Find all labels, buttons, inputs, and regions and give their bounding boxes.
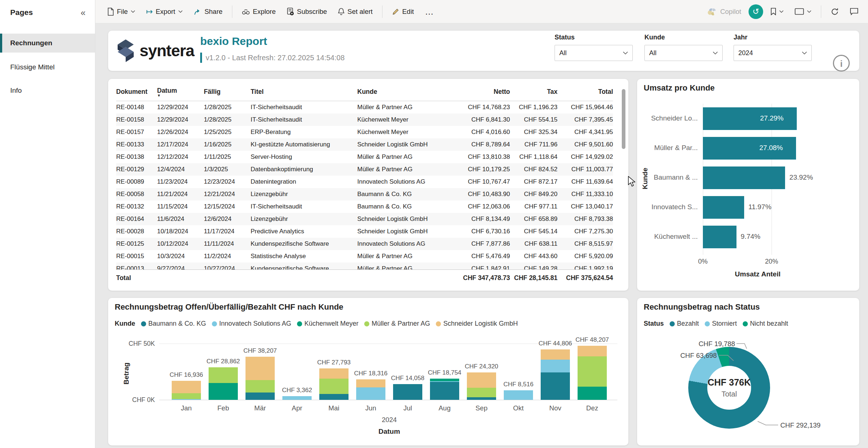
bookmarks-button[interactable] <box>767 5 787 18</box>
table-row[interactable]: RE-0015712/26/20241/25/2025ERP-BeratungK… <box>116 126 613 138</box>
table-cell: 12/29/2024 <box>157 104 204 111</box>
bar-segment[interactable] <box>467 372 496 388</box>
export-button[interactable]: ↦ Export <box>142 4 186 19</box>
stacked-bar-sep[interactable] <box>467 372 496 400</box>
copilot-button[interactable]: Copilot <box>704 4 745 19</box>
bar-segment[interactable] <box>209 367 238 383</box>
bar-segment[interactable] <box>467 397 496 400</box>
filter-kunde-dropdown[interactable]: All <box>644 45 723 61</box>
table-cell: 1/11/2025 <box>204 153 251 161</box>
stacked-bar-feb[interactable] <box>209 367 238 400</box>
bar-segment[interactable] <box>541 360 570 372</box>
table-cell: Müller & Partner AG <box>357 253 454 260</box>
bar-segment[interactable] <box>356 379 385 388</box>
subscribe-button[interactable]: Subscribe <box>283 5 331 19</box>
column-header-tax[interactable]: Tax <box>510 88 557 96</box>
table-row[interactable]: RE-0013812/12/20241/11/2025Server-Hostin… <box>116 151 613 163</box>
table-row[interactable]: RE-0005811/21/202412/21/2024Lizenzgebühr… <box>116 188 613 200</box>
bar-segment[interactable] <box>578 346 607 357</box>
table-cell: CHF 658.89 <box>510 215 557 223</box>
column-header-kunde[interactable]: Kunde <box>357 88 454 96</box>
sidebar-item-info[interactable]: Info <box>0 81 95 100</box>
bar-segment[interactable] <box>319 394 349 400</box>
table-scrollbar-thumb[interactable] <box>622 89 625 149</box>
umsatz-bar[interactable] <box>703 226 736 248</box>
table-cell: CHF 8,789.64 <box>454 141 510 148</box>
bar-segment[interactable] <box>172 399 201 400</box>
x-tick-label: Feb <box>209 404 238 412</box>
column-header-datum[interactable]: Datum▼ <box>157 87 204 97</box>
stacked-bar-mär[interactable] <box>245 357 275 400</box>
bar-segment[interactable] <box>578 387 607 400</box>
filter-status-dropdown[interactable]: All <box>555 45 633 61</box>
sidebar-item-fluessige-mittel[interactable]: Flüssige Mittel <box>0 58 95 77</box>
bar-segment[interactable] <box>172 393 201 399</box>
stacked-bar-apr[interactable] <box>282 396 312 400</box>
stacked-bar-okt[interactable] <box>504 390 533 400</box>
table-cell: 10/3/2024 <box>157 253 204 260</box>
info-icon[interactable]: i <box>833 55 850 72</box>
x-tick-label: Okt <box>504 404 533 412</box>
column-header-titel[interactable]: Titel <box>251 88 357 96</box>
bar-segment[interactable] <box>319 379 349 394</box>
table-row[interactable]: RE-0015812/29/20241/28/2025IT-Sicherheit… <box>116 114 613 126</box>
stacked-bar-jul[interactable] <box>393 384 422 400</box>
table-row[interactable]: RE-0001510/3/202411/2/2024Statistische A… <box>116 250 613 263</box>
reset-view-button[interactable]: ↺ <box>749 4 763 19</box>
comments-button[interactable] <box>846 5 862 19</box>
bar-segment[interactable] <box>430 382 459 400</box>
column-header-fällig[interactable]: Fällig <box>204 88 251 96</box>
sort-descending-icon: ▼ <box>157 95 204 97</box>
bar-segment[interactable] <box>356 387 385 400</box>
table-row[interactable]: RE-0012510/12/202411/11/2024Kundenspezif… <box>116 238 613 250</box>
bar-segment[interactable] <box>393 384 422 400</box>
table-cell: CHF 14,768.23 <box>454 104 510 111</box>
stacked-bar-mai[interactable] <box>319 368 349 400</box>
more-options-button[interactable]: … <box>421 4 438 20</box>
stacked-bar-nov[interactable] <box>541 349 570 400</box>
column-header-netto[interactable]: Netto <box>454 88 510 96</box>
table-cell: Baumann & Co. KG <box>357 203 454 210</box>
set-alert-button[interactable]: Set alert <box>334 5 376 19</box>
bar-segment[interactable] <box>209 383 238 400</box>
table-cell: 1/25/2025 <box>204 129 251 136</box>
bar-segment[interactable] <box>245 357 275 380</box>
file-button[interactable]: File <box>104 5 139 19</box>
explore-button[interactable]: Explore <box>238 5 279 19</box>
table-row[interactable]: RE-0013312/17/20241/16/2025KI-gestützte … <box>116 138 613 151</box>
column-header-total[interactable]: Total <box>557 88 613 96</box>
table-row[interactable]: RE-000139/27/202410/27/2024Kundenspezifi… <box>116 263 613 269</box>
view-mode-button[interactable] <box>791 5 815 18</box>
edit-button[interactable]: Edit <box>388 5 418 19</box>
table-row[interactable]: RE-0008911/23/202412/23/2024Datenintegra… <box>116 176 613 188</box>
filter-jahr-dropdown[interactable]: 2024 <box>734 45 812 61</box>
table-row[interactable]: RE-0016411/6/202412/6/2024LizenzgebührSc… <box>116 213 613 225</box>
bar-segment[interactable] <box>541 372 570 400</box>
bar-segment[interactable] <box>245 380 275 393</box>
bar-segment[interactable] <box>578 356 607 387</box>
refresh-button[interactable] <box>827 5 842 19</box>
bar-segment[interactable] <box>541 349 570 360</box>
umsatz-bar[interactable] <box>703 166 785 189</box>
table-cell: CHF 6,730.16 <box>454 228 510 235</box>
umsatz-bar[interactable] <box>703 196 744 219</box>
table-row[interactable]: RE-0002810/18/202411/17/2024Predictive A… <box>116 225 613 238</box>
syntera-logo-icon <box>115 39 136 63</box>
stacked-bar-dez[interactable] <box>578 346 607 400</box>
stacked-bar-aug[interactable] <box>430 379 459 400</box>
column-header-dokument[interactable]: Dokument <box>116 88 157 96</box>
bar-segment[interactable] <box>504 390 533 400</box>
bar-segment[interactable] <box>245 393 275 400</box>
bar-segment[interactable] <box>319 368 349 379</box>
collapse-sidebar-icon[interactable]: « <box>79 7 88 18</box>
stacked-bar-jun[interactable] <box>356 379 385 400</box>
bar-segment[interactable] <box>467 388 496 397</box>
sidebar-item-rechnungen[interactable]: Rechnungen <box>0 34 95 53</box>
share-button[interactable]: Share <box>190 5 226 19</box>
stacked-bar-jan[interactable] <box>172 381 201 400</box>
table-row[interactable]: RE-0013211/15/202412/15/2024IT-Sicherhei… <box>116 200 613 213</box>
bar-segment[interactable] <box>172 381 201 393</box>
bar-segment[interactable] <box>282 396 312 400</box>
table-row[interactable]: RE-0014812/29/20241/28/2025IT-Sicherheit… <box>116 101 613 114</box>
table-row[interactable]: RE-0012912/4/20241/3/2025Datenbankoptimi… <box>116 163 613 176</box>
